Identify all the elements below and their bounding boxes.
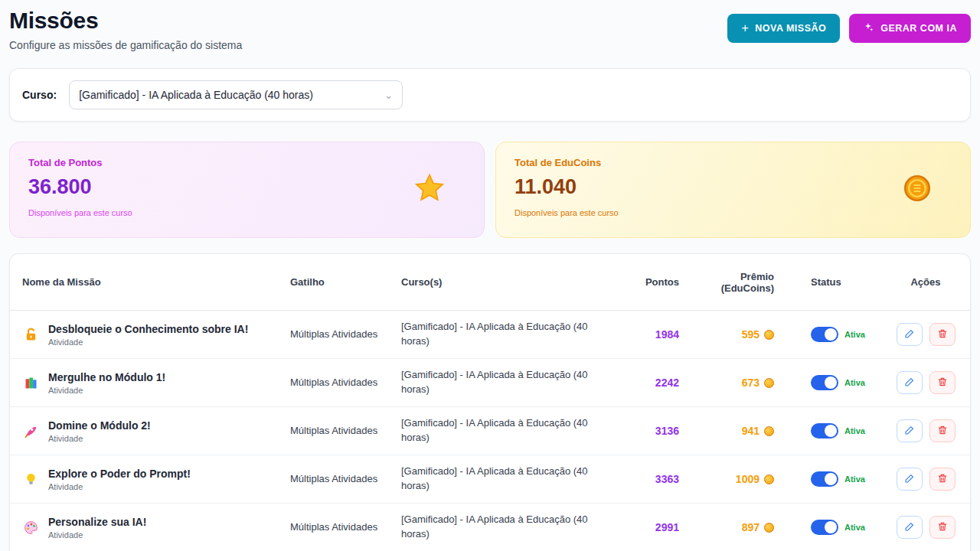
page-title: Missões	[9, 8, 242, 34]
mission-name-cell: Desbloqueie o Conhecimento sobre IA! Ati…	[10, 317, 284, 353]
mission-prize-cell: 1009	[684, 466, 791, 492]
mission-name-cell: Personalize sua IA! Atividade	[10, 510, 284, 546]
mission-prize-cell: 595	[684, 321, 791, 347]
mission-prize: 897	[742, 521, 760, 533]
mission-trigger: Múltiplas Atividades	[284, 514, 395, 541]
status-toggle[interactable]	[811, 520, 838, 535]
mission-actions-cell	[881, 365, 970, 400]
mission-points-cell: 3136	[615, 418, 684, 444]
status-toggle[interactable]	[811, 327, 838, 342]
mission-course: [Gamificado] - IA Aplicada à Educação (4…	[395, 314, 615, 355]
status-label: Ativa	[844, 474, 865, 484]
mission-name: Domine o Módulo 2!	[48, 419, 151, 432]
points-card-value: 36.800	[28, 175, 466, 199]
delete-mission-button[interactable]	[929, 516, 956, 539]
missions-page: Missões Configure as missões de gamifica…	[0, 0, 980, 551]
column-header-courses: Curso(s)	[395, 270, 615, 294]
course-filter-label: Curso:	[22, 89, 57, 101]
mission-trigger: Múltiplas Atividades	[284, 466, 395, 493]
mission-prize: 673	[742, 377, 760, 389]
column-header-status: Status	[791, 270, 881, 294]
mission-course: [Gamificado] - IA Aplicada à Educação (4…	[395, 362, 615, 403]
mission-points-cell: 2242	[615, 370, 684, 396]
points-card-caption: Disponíveis para este curso	[28, 208, 466, 217]
table-body: Desbloqueie o Conhecimento sobre IA! Ati…	[10, 311, 970, 551]
delete-mission-button[interactable]	[929, 371, 956, 394]
trash-icon	[937, 521, 948, 534]
mission-course: [Gamificado] - IA Aplicada à Educação (4…	[395, 458, 615, 500]
edit-mission-button[interactable]	[897, 419, 923, 442]
mission-points-cell: 3363	[615, 466, 684, 492]
mission-points-cell: 1984	[615, 321, 684, 347]
table-row: Mergulhe no Módulo 1! Atividade Múltipla…	[10, 359, 970, 407]
mission-points: 2991	[655, 521, 679, 533]
total-points-card: Total de Pontos 36.800 Disponíveis para …	[9, 142, 485, 238]
generate-ai-button[interactable]: GERAR COM IA	[849, 14, 971, 43]
bulb-icon	[22, 471, 39, 487]
mission-trigger: Múltiplas Atividades	[284, 321, 395, 348]
delete-mission-button[interactable]	[929, 323, 956, 346]
mission-status-cell: Ativa	[791, 417, 881, 445]
mission-points-cell: 2991	[615, 514, 684, 540]
mission-status-cell: Ativa	[791, 321, 881, 348]
new-mission-button[interactable]: + NOVA MISSÃO	[727, 14, 840, 43]
stats-row: Total de Pontos 36.800 Disponíveis para …	[9, 142, 971, 238]
mission-status-cell: Ativa	[791, 465, 881, 493]
mission-name: Desbloqueie o Conhecimento sobre IA!	[48, 323, 248, 335]
status-label: Ativa	[844, 523, 865, 532]
mission-trigger: Múltiplas Atividades	[284, 370, 395, 396]
mission-category: Atividade	[48, 482, 191, 491]
new-mission-label: NOVA MISSÃO	[755, 23, 826, 34]
table-row: Explore o Poder do Prompt! Atividade Múl…	[10, 455, 970, 504]
edit-mission-button[interactable]	[897, 516, 923, 539]
plus-icon: +	[741, 22, 749, 34]
course-select-value: [Gamificado] - IA Aplicada à Educação (4…	[79, 89, 313, 101]
pencil-icon	[904, 377, 915, 390]
generate-ai-label: GERAR COM IA	[880, 23, 957, 34]
points-card-title: Total de Pontos	[28, 157, 466, 168]
pencil-icon	[904, 425, 915, 438]
missions-table: Nome da Missão Gatilho Curso(s) Pontos P…	[9, 253, 971, 551]
chevron-down-icon: ⌄	[384, 90, 393, 100]
trash-icon	[937, 328, 948, 341]
mission-category: Atividade	[48, 386, 165, 395]
mission-points: 1984	[655, 328, 679, 341]
trash-icon	[937, 377, 948, 390]
table-row: Personalize sua IA! Atividade Múltiplas …	[10, 504, 970, 551]
mission-points: 3136	[655, 425, 679, 437]
table-header-row: Nome da Missão Gatilho Curso(s) Pontos P…	[10, 254, 970, 311]
topbar: Missões Configure as missões de gamifica…	[9, 8, 971, 51]
mission-course: [Gamificado] - IA Aplicada à Educação (4…	[395, 507, 615, 548]
delete-mission-button[interactable]	[929, 468, 956, 491]
trash-icon	[937, 473, 948, 486]
mission-name-cell: Explore o Poder do Prompt! Atividade	[10, 461, 284, 497]
edit-mission-button[interactable]	[897, 323, 923, 346]
coin-icon	[764, 330, 774, 340]
educoins-card-caption: Disponíveis para este curso	[514, 208, 952, 217]
pencil-icon	[904, 328, 915, 341]
educoins-card-value: 11.040	[514, 175, 952, 199]
title-block: Missões Configure as missões de gamifica…	[9, 8, 242, 51]
mission-actions-cell	[881, 317, 970, 352]
mission-status-cell: Ativa	[791, 514, 881, 541]
mission-name: Personalize sua IA!	[48, 516, 146, 528]
status-label: Ativa	[844, 426, 865, 435]
mission-points: 2242	[655, 377, 679, 389]
palette-icon	[22, 519, 39, 536]
mission-status-cell: Ativa	[791, 369, 881, 396]
mission-points: 3363	[655, 473, 679, 485]
status-toggle[interactable]	[811, 471, 838, 487]
course-select[interactable]: [Gamificado] - IA Aplicada à Educação (4…	[69, 80, 403, 109]
delete-mission-button[interactable]	[929, 419, 956, 442]
mission-actions-cell	[881, 461, 970, 497]
status-toggle[interactable]	[811, 423, 838, 439]
page-subtitle: Configure as missões de gamificação do s…	[9, 39, 242, 51]
table-row: Domine o Módulo 2! Atividade Múltiplas A…	[10, 407, 970, 455]
mission-course: [Gamificado] - IA Aplicada à Educação (4…	[395, 410, 615, 452]
status-toggle[interactable]	[811, 375, 838, 390]
coin-icon	[764, 523, 774, 533]
edit-mission-button[interactable]	[897, 468, 923, 491]
column-header-points: Pontos	[615, 270, 684, 294]
mission-prize-cell: 673	[684, 370, 791, 396]
edit-mission-button[interactable]	[897, 371, 923, 394]
